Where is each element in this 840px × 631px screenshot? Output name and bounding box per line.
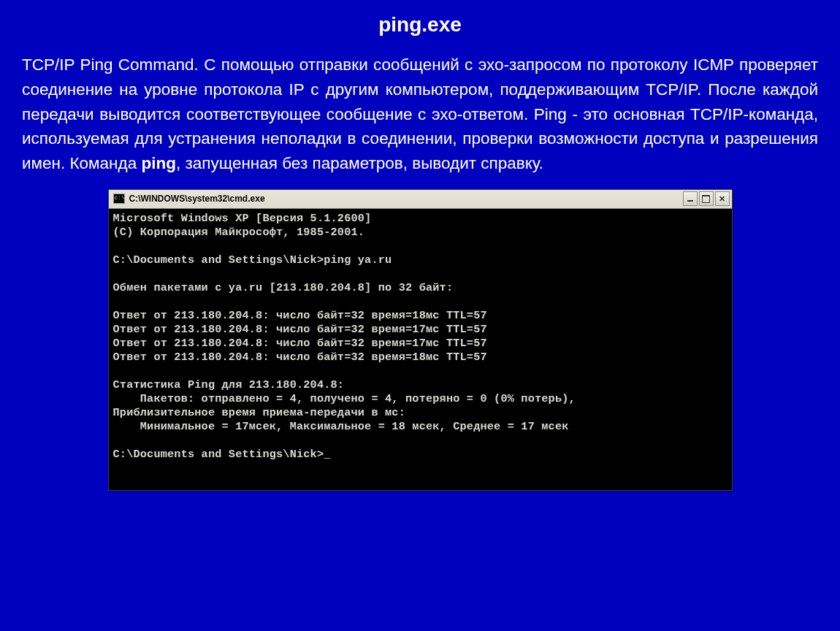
window-buttons [683, 191, 730, 206]
close-button[interactable] [715, 191, 730, 206]
cmd-icon [113, 194, 125, 204]
description-paragraph: TCP/IP Ping Command. С помощью отправки … [22, 53, 818, 176]
cmd-window: C:\WINDOWS\system32\cmd.exe Microsoft Wi… [108, 189, 733, 491]
cmd-output: Microsoft Windows XP [Версия 5.1.2600] (… [109, 209, 732, 490]
maximize-button[interactable] [699, 191, 714, 206]
cmd-titlebar: C:\WINDOWS\system32\cmd.exe [109, 190, 732, 209]
cmd-title-text: C:\WINDOWS\system32\cmd.exe [129, 194, 683, 204]
page-title: ping.exe [22, 13, 818, 37]
minimize-button[interactable] [683, 191, 698, 206]
paragraph-bold: ping [141, 154, 175, 172]
paragraph-post: , запущенная без параметров, выводит спр… [176, 154, 543, 172]
